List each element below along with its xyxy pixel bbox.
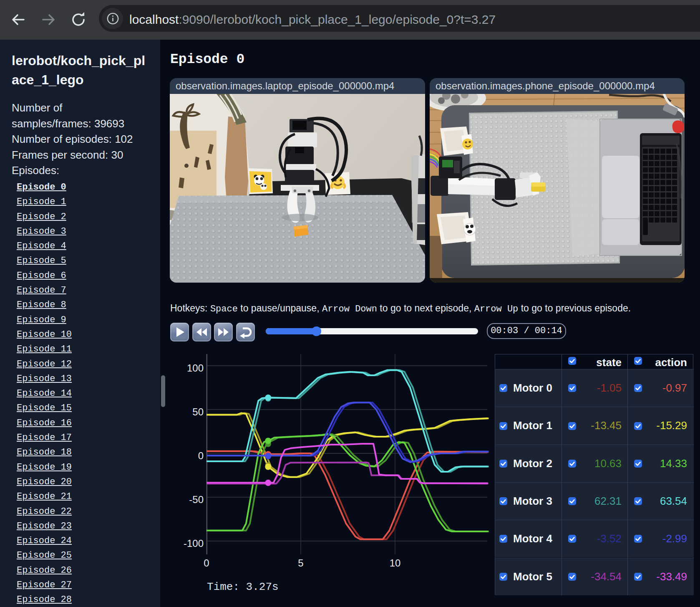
svg-text:100: 100 (187, 362, 204, 374)
svg-text:10: 10 (390, 557, 401, 569)
svg-text:-100: -100 (184, 538, 204, 549)
svg-text:0: 0 (204, 557, 209, 569)
svg-text:0: 0 (198, 450, 204, 461)
svg-text:Time: 3.27s: Time: 3.27s (207, 581, 279, 593)
svg-text:50: 50 (192, 406, 204, 417)
svg-text:5: 5 (298, 557, 303, 569)
svg-text:-50: -50 (189, 494, 204, 505)
